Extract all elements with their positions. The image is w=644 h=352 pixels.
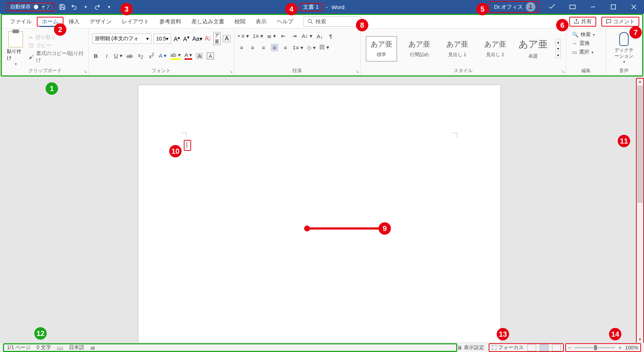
minimize-button[interactable] [583,0,603,14]
find-button[interactable]: 🔍検索▾ [572,31,595,38]
zoom-slider[interactable] [575,347,615,348]
bold-button[interactable]: B [92,53,100,59]
style-heading1[interactable]: あア亜見出し 1 [442,36,473,62]
search-box[interactable]: 検索 [303,16,362,27]
undo-icon[interactable] [70,3,78,11]
shrink-font-icon[interactable]: A▾ [183,35,190,43]
justify-icon[interactable]: ≡ [271,44,278,51]
dictate-button[interactable]: ディクテーション ▾ [613,47,635,64]
word-count[interactable]: 0 文字 [36,344,51,351]
ribbon-display-icon[interactable] [562,0,583,14]
paste-button[interactable]: 貼り付け [7,48,24,61]
select-button[interactable]: ▭選択▾ [572,49,595,55]
document-area[interactable] [0,78,637,344]
align-center-icon[interactable]: ≡ [249,44,256,51]
copy-button[interactable]: ⿻コピー [29,42,84,49]
vertical-scrollbar[interactable]: ▴ ▾ [636,78,644,344]
share-button[interactable]: 共有 [569,17,596,27]
decrease-indent-icon[interactable]: ⇤ [280,33,287,39]
dialog-launcher-icon[interactable]: ↘ [84,69,87,74]
change-case-icon[interactable]: Aa▾ [192,35,202,42]
language[interactable]: 日本語 [69,344,84,351]
distribute-icon[interactable]: ≡ [282,44,289,51]
focus-button[interactable]: ⛶フォーカス [492,344,524,351]
maximize-button[interactable] [603,0,624,14]
increase-indent-icon[interactable]: ⇥ [291,33,298,39]
close-button[interactable] [624,0,644,14]
superscript-button[interactable]: x2 [148,52,155,59]
font-name-combo[interactable]: 游明朝 (本文のフォ▾ [92,34,151,44]
page-count[interactable]: 1/1 ページ [7,344,31,351]
zoom-in-button[interactable]: + [618,345,621,351]
sort-icon[interactable]: A↓ [316,33,323,39]
scroll-thumb[interactable] [637,86,643,203]
underline-button[interactable]: U ▾ [114,52,123,59]
group-label-editing: 編集 [570,67,602,75]
line-spacing-icon[interactable]: ‡≡ ▾ [293,44,303,51]
display-settings[interactable]: 🖥表示設定 [457,344,484,351]
document-page[interactable] [139,85,500,344]
shading-icon[interactable]: ◇ ▾ [307,44,316,51]
paste-icon[interactable] [8,31,23,47]
autosave-toggle[interactable]: 自動保存 オフ [7,3,55,11]
font-color-icon[interactable]: A ▾ [185,52,192,60]
format-painter-button[interactable]: 🖌書式のコピー/貼り付け [29,50,84,63]
tab-references[interactable]: 参考資料 [154,17,186,27]
style-title[interactable]: あア亜表題 [517,36,549,62]
web-layout-icon[interactable] [552,344,561,351]
dialog-launcher-icon[interactable]: ↘ [229,69,233,74]
char-border-icon[interactable]: A [207,52,214,59]
style-heading2[interactable]: あア亜見出し 2 [480,36,511,62]
spellcheck-icon[interactable]: 📖 [57,345,63,351]
show-marks-icon[interactable]: ¶ [327,33,334,39]
account-button[interactable]: Dr.オフィス [489,1,539,13]
print-layout-icon[interactable] [540,344,548,351]
customize-qat-icon[interactable]: ▾ [105,3,113,11]
numbering-icon[interactable]: 1≡ ▾ [253,33,263,39]
tab-help[interactable]: ヘルプ [272,17,298,27]
subscript-button[interactable]: x2 [137,52,144,60]
cut-button[interactable]: ✂切り取り [29,34,84,41]
tab-insert[interactable]: 挿入 [63,17,85,27]
enclose-char-icon[interactable]: A [223,35,230,42]
zoom-level[interactable]: 100% [625,345,638,351]
zoom-out-button[interactable]: − [568,345,571,351]
ltr-icon[interactable]: A↕ ▾ [302,33,313,39]
comments-button[interactable]: コメント [601,17,639,27]
grow-font-icon[interactable]: A▴ [173,35,181,43]
italic-button[interactable]: I [103,53,110,59]
text-effects-icon[interactable]: A ▾ [159,52,167,59]
replace-button[interactable]: ↔置換 [572,40,595,47]
styles-gallery-more[interactable]: ▴ ▾ ▾ [555,39,561,58]
tab-layout[interactable]: レイアウト [117,17,154,27]
phonetic-guide-icon[interactable]: ア亜 [213,32,221,45]
char-shading-icon[interactable]: A [196,53,203,59]
font-size-combo[interactable]: 10.5▾ [154,34,171,44]
scroll-up-icon[interactable]: ▴ [639,79,641,85]
style-normal[interactable]: あア亜標準 [366,36,397,62]
accessibility-icon[interactable]: 🖭 [90,345,95,351]
coming-soon-icon[interactable] [542,0,562,14]
style-nospacing[interactable]: あア亜行間詰め [404,36,435,62]
tab-review[interactable]: 校閲 [229,17,251,27]
read-mode-icon[interactable] [527,344,536,351]
save-icon[interactable] [58,3,66,11]
redo-icon[interactable] [93,3,101,11]
clear-format-icon[interactable]: A⃠ [204,35,211,42]
bullets-icon[interactable]: • ≡ ▾ [238,33,249,39]
strikethrough-button[interactable]: ab [126,53,133,59]
chevron-down-icon[interactable]: ▾ [82,3,90,11]
align-left-icon[interactable]: ≡ [238,44,245,51]
tab-view[interactable]: 表示 [251,17,272,27]
align-right-icon[interactable]: ≡ [260,44,267,51]
tab-mailings[interactable]: 差し込み文書 [186,17,229,27]
mic-icon[interactable] [619,32,629,46]
tab-design[interactable]: デザイン [85,17,117,27]
borders-icon[interactable]: 田 ▾ [319,44,329,51]
tab-file[interactable]: ファイル [5,17,37,27]
chevron-down-icon[interactable]: ▾ [15,62,17,66]
dialog-launcher-icon[interactable]: ↘ [561,69,565,74]
multilevel-icon[interactable]: ≣ ▾ [267,33,276,39]
highlight-icon[interactable]: ab ▾ [170,52,181,60]
dialog-launcher-icon[interactable]: ↘ [356,69,359,74]
